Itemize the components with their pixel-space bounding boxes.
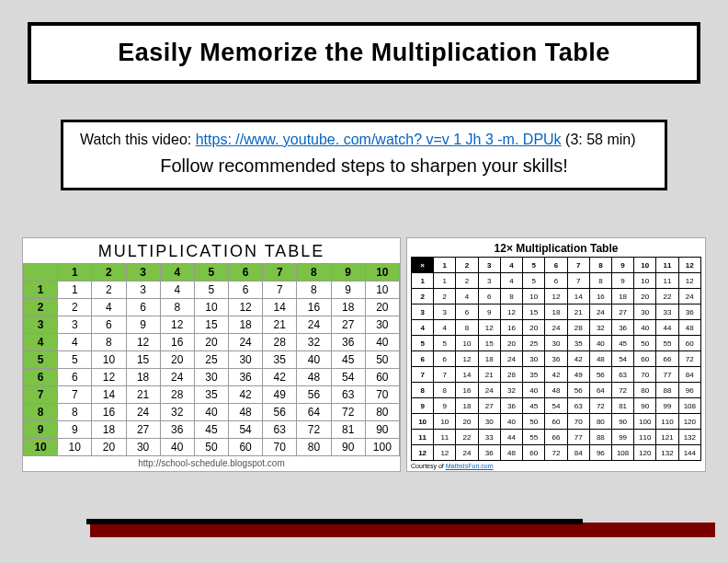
table10-cell: 56 bbox=[297, 386, 331, 404]
table12-cell: 18 bbox=[456, 398, 478, 414]
table12-cell: 70 bbox=[567, 414, 589, 430]
table12-cell: 72 bbox=[589, 398, 611, 414]
table12-cell: 12 bbox=[500, 304, 522, 320]
table12-cell: 36 bbox=[478, 445, 500, 461]
video-link[interactable]: https: //www. youtube. com/watch? v=v 1 … bbox=[196, 132, 562, 147]
table12-cell: 48 bbox=[545, 383, 567, 398]
table10-cell: 3 bbox=[58, 316, 92, 334]
table12-cell: 22 bbox=[656, 289, 678, 304]
table10-cell: 1 bbox=[58, 282, 92, 299]
table12-grid: ×123456789101112 11234567891011122246810… bbox=[411, 257, 701, 461]
table10-cell: 7 bbox=[263, 282, 297, 299]
table12-row-header: 2 bbox=[412, 289, 434, 304]
table12-cell: 55 bbox=[656, 336, 678, 351]
table10-cell: 16 bbox=[160, 334, 194, 351]
table12-cell: 120 bbox=[678, 414, 700, 430]
table12-cell: 9 bbox=[478, 304, 500, 320]
table10-cell: 54 bbox=[331, 369, 365, 386]
table12-cell: 12 bbox=[434, 445, 456, 461]
table10-cell: 36 bbox=[331, 334, 365, 351]
table12-cell: 24 bbox=[456, 445, 478, 461]
table10-cell: 81 bbox=[331, 421, 365, 439]
table10-cell: 2 bbox=[58, 299, 92, 316]
table12-row-header: 10 bbox=[412, 414, 434, 430]
table12-cell: 49 bbox=[567, 367, 589, 383]
table10-cell: 30 bbox=[229, 351, 263, 369]
table12-cell: 12 bbox=[545, 289, 567, 304]
table10-cell: 64 bbox=[297, 404, 331, 421]
table10-cell: 54 bbox=[229, 421, 263, 439]
table12-cell: 144 bbox=[678, 445, 700, 461]
table12-cell: 36 bbox=[611, 320, 633, 336]
table12-cell: 10 bbox=[456, 336, 478, 351]
table12-cell: 30 bbox=[545, 336, 567, 351]
table10-cell: 6 bbox=[92, 316, 126, 334]
table12-cell: 132 bbox=[678, 430, 700, 445]
table10-col-header: 6 bbox=[229, 264, 263, 282]
video-duration: (3: 58 min) bbox=[562, 132, 636, 147]
table10-cell: 9 bbox=[58, 421, 92, 439]
table10-cell: 45 bbox=[331, 351, 365, 369]
table10-cell: 60 bbox=[229, 439, 263, 456]
table12-col-header: 12 bbox=[678, 258, 700, 273]
table12-cell: 66 bbox=[545, 430, 567, 445]
table10-row-header: 1 bbox=[24, 282, 58, 299]
tables-wrap: MULTIPLICATION TABLE 12345678910 1123456… bbox=[22, 237, 706, 472]
table10-col-header: 7 bbox=[263, 264, 297, 282]
table10-cell: 30 bbox=[194, 369, 228, 386]
table10-col-header: 8 bbox=[297, 264, 331, 282]
table10-corner bbox=[24, 264, 58, 282]
table12-cell: 35 bbox=[567, 336, 589, 351]
table12-caption-link[interactable]: MathsIsFun.com bbox=[446, 463, 494, 469]
table12-cell: 30 bbox=[478, 414, 500, 430]
table12-cell: 110 bbox=[634, 430, 656, 445]
table12-row-header: 7 bbox=[412, 367, 434, 383]
table12-cell: 45 bbox=[523, 398, 545, 414]
table10-cell: 50 bbox=[194, 439, 228, 456]
table12-cell: 28 bbox=[567, 320, 589, 336]
table10-cell: 20 bbox=[194, 334, 228, 351]
table12-cell: 4 bbox=[456, 289, 478, 304]
title-box: Easily Memorize the Multiplication Table bbox=[28, 22, 700, 84]
table12-cell: 60 bbox=[523, 445, 545, 461]
table12-cell: 56 bbox=[567, 383, 589, 398]
table10-cell: 5 bbox=[194, 282, 228, 299]
table12-cell: 18 bbox=[545, 304, 567, 320]
table12-col-header: 3 bbox=[478, 258, 500, 273]
table12-cell: 9 bbox=[611, 273, 633, 289]
table12-cell: 24 bbox=[545, 320, 567, 336]
watch-line: Watch this video: https: //www. youtube.… bbox=[73, 132, 655, 148]
table12-cell: 4 bbox=[500, 273, 522, 289]
table12-cell: 40 bbox=[523, 383, 545, 398]
table12-cell: 108 bbox=[678, 398, 700, 414]
table10-cell: 63 bbox=[263, 421, 297, 439]
table10-cell: 8 bbox=[58, 404, 92, 421]
table12-cell: 121 bbox=[656, 430, 678, 445]
table12-row-header: 4 bbox=[412, 320, 434, 336]
table12-cell: 6 bbox=[545, 273, 567, 289]
table12-cell: 6 bbox=[434, 351, 456, 367]
table10-cell: 56 bbox=[263, 404, 297, 421]
table12-cell: 88 bbox=[656, 383, 678, 398]
table12-cell: 100 bbox=[634, 414, 656, 430]
table10-cell: 50 bbox=[365, 351, 399, 369]
table12-cell: 8 bbox=[500, 289, 522, 304]
table10-cell: 8 bbox=[160, 299, 194, 316]
table12-caption-prefix: Courtesy of bbox=[411, 463, 446, 469]
table12-cell: 77 bbox=[567, 430, 589, 445]
table10-cell: 16 bbox=[297, 299, 331, 316]
table10-row-header: 10 bbox=[24, 439, 58, 456]
table12-cell: 20 bbox=[634, 289, 656, 304]
table12-row-header: 11 bbox=[412, 430, 434, 445]
table10-cell: 28 bbox=[263, 334, 297, 351]
table12-cell: 99 bbox=[656, 398, 678, 414]
table12-cell: 42 bbox=[567, 351, 589, 367]
table10-title: MULTIPLICATION TABLE bbox=[23, 238, 400, 263]
table12-col-header: 5 bbox=[523, 258, 545, 273]
table10-row-header: 4 bbox=[24, 334, 58, 351]
table10-cell: 20 bbox=[92, 439, 126, 456]
table12-cell: 20 bbox=[523, 320, 545, 336]
table12-cell: 99 bbox=[611, 430, 633, 445]
table12-cell: 132 bbox=[656, 445, 678, 461]
table12-cell: 33 bbox=[478, 430, 500, 445]
